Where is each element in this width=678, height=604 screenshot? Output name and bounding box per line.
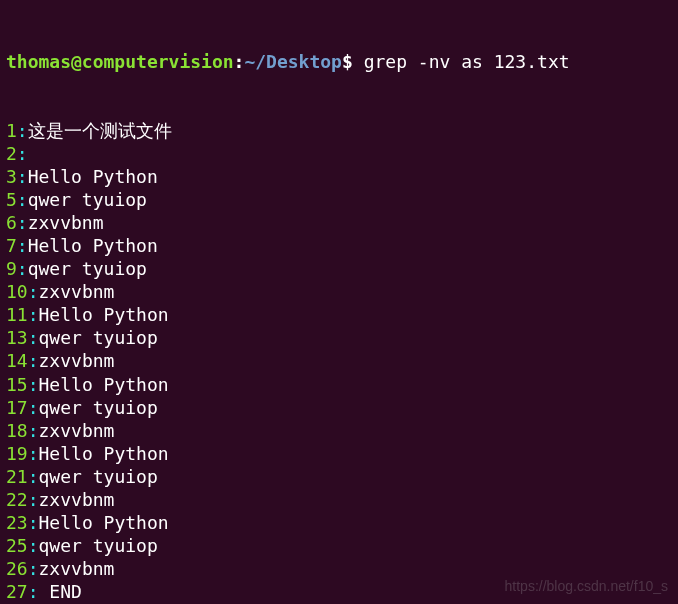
output-line: 22:zxvvbnm (6, 488, 672, 511)
output-line: 11:Hello Python (6, 303, 672, 326)
line-separator: : (28, 443, 39, 464)
line-content: qwer tyuiop (39, 466, 158, 487)
line-separator: : (17, 235, 28, 256)
line-content: qwer tyuiop (39, 535, 158, 556)
line-content: END (39, 581, 82, 602)
line-number: 1 (6, 120, 17, 141)
line-separator: : (17, 120, 28, 141)
line-content: Hello Python (39, 512, 169, 533)
line-content: zxvvbnm (39, 350, 115, 371)
line-separator: : (17, 166, 28, 187)
line-separator: : (28, 535, 39, 556)
line-separator: : (28, 327, 39, 348)
line-content: Hello Python (28, 235, 158, 256)
output-line: 13:qwer tyuiop (6, 326, 672, 349)
output-line: 17:qwer tyuiop (6, 396, 672, 419)
output-line: 1:这是一个测试文件 (6, 119, 672, 142)
output-line: 18:zxvvbnm (6, 419, 672, 442)
line-number: 10 (6, 281, 28, 302)
output-line: 9:qwer tyuiop (6, 257, 672, 280)
line-content: Hello Python (39, 443, 169, 464)
terminal-window[interactable]: thomas@computervision:~/Desktop$ grep -n… (6, 4, 672, 604)
line-number: 15 (6, 374, 28, 395)
output-line: 6:zxvvbnm (6, 211, 672, 234)
line-content: zxvvbnm (39, 558, 115, 579)
line-number: 19 (6, 443, 28, 464)
line-separator: : (28, 281, 39, 302)
line-content: Hello Python (28, 166, 158, 187)
line-separator: : (28, 350, 39, 371)
line-separator: : (28, 397, 39, 418)
line-content: zxvvbnm (28, 212, 104, 233)
prompt-line: thomas@computervision:~/Desktop$ grep -n… (6, 50, 672, 73)
output-line: 14:zxvvbnm (6, 349, 672, 372)
line-number: 9 (6, 258, 17, 279)
command-text: grep -nv as 123.txt (364, 51, 570, 72)
line-content: Hello Python (39, 304, 169, 325)
output-line: 27: END (6, 580, 672, 603)
line-separator: : (28, 581, 39, 602)
line-number: 26 (6, 558, 28, 579)
line-separator: : (17, 258, 28, 279)
line-number: 25 (6, 535, 28, 556)
line-separator: : (28, 420, 39, 441)
line-separator: : (28, 304, 39, 325)
line-number: 11 (6, 304, 28, 325)
line-content: qwer tyuiop (28, 258, 147, 279)
line-number: 22 (6, 489, 28, 510)
line-content: qwer tyuiop (39, 397, 158, 418)
output-line: 26:zxvvbnm (6, 557, 672, 580)
line-separator: : (28, 558, 39, 579)
line-number: 2 (6, 143, 17, 164)
output-line: 15:Hello Python (6, 373, 672, 396)
line-separator: : (28, 466, 39, 487)
line-number: 5 (6, 189, 17, 210)
line-number: 3 (6, 166, 17, 187)
prompt-path: ~/Desktop (244, 51, 342, 72)
line-content: zxvvbnm (39, 420, 115, 441)
line-separator: : (28, 512, 39, 533)
line-content: qwer tyuiop (28, 189, 147, 210)
line-number: 27 (6, 581, 28, 602)
output-line: 10:zxvvbnm (6, 280, 672, 303)
output-line: 23:Hello Python (6, 511, 672, 534)
output-line: 25:qwer tyuiop (6, 534, 672, 557)
line-content: zxvvbnm (39, 281, 115, 302)
line-content: qwer tyuiop (39, 327, 158, 348)
line-separator: : (28, 374, 39, 395)
output-line: 21:qwer tyuiop (6, 465, 672, 488)
output-line: 7:Hello Python (6, 234, 672, 257)
output-line: 5:qwer tyuiop (6, 188, 672, 211)
prompt-colon: : (234, 51, 245, 72)
line-number: 13 (6, 327, 28, 348)
line-separator: : (17, 212, 28, 233)
line-number: 7 (6, 235, 17, 256)
line-separator: : (28, 489, 39, 510)
line-number: 23 (6, 512, 28, 533)
prompt-user: thomas@computervision (6, 51, 234, 72)
line-content: Hello Python (39, 374, 169, 395)
line-separator: : (17, 143, 28, 164)
line-content: zxvvbnm (39, 489, 115, 510)
prompt-dollar: $ (342, 51, 364, 72)
line-number: 21 (6, 466, 28, 487)
line-number: 18 (6, 420, 28, 441)
line-content: 这是一个测试文件 (28, 120, 172, 141)
output-line: 2: (6, 142, 672, 165)
line-number: 14 (6, 350, 28, 371)
output-line: 19:Hello Python (6, 442, 672, 465)
output-line: 3:Hello Python (6, 165, 672, 188)
grep-output: 1:这是一个测试文件2:3:Hello Python5:qwer tyuiop6… (6, 119, 672, 604)
line-number: 6 (6, 212, 17, 233)
line-separator: : (17, 189, 28, 210)
line-number: 17 (6, 397, 28, 418)
